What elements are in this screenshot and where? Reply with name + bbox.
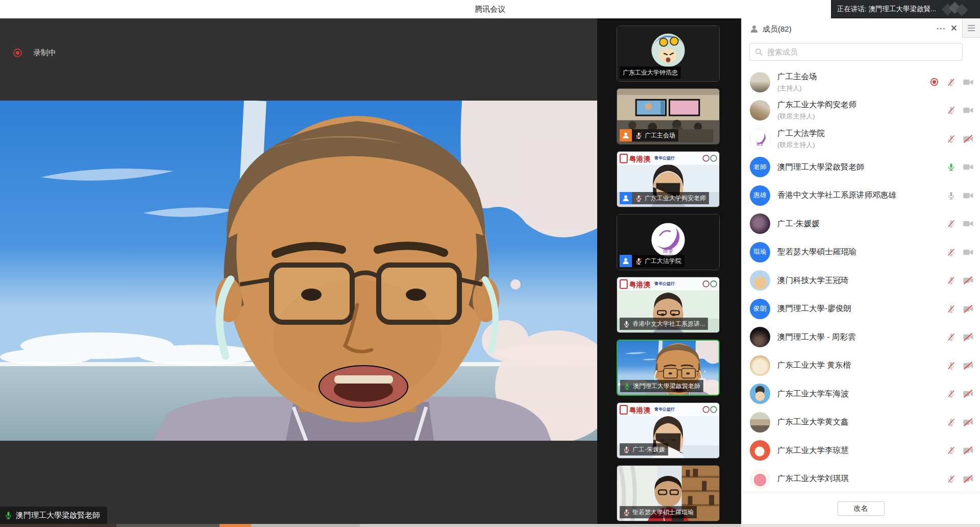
video-thumbnail-5[interactable]: 粤港澳青年公益行 香港中文大学社工系原讲... — [617, 277, 720, 333]
member-name: 聖若瑟大學碩士羅琨瑜 — [777, 247, 947, 257]
member-camera-off-icon[interactable] — [963, 446, 974, 454]
member-name: 广东工业大学黄文鑫 — [777, 417, 947, 427]
member-camera-off-icon[interactable] — [963, 276, 974, 284]
members-panel-footer: 改名 — [742, 493, 980, 524]
member-camera-off-icon[interactable] — [963, 362, 974, 370]
member-camera-on-icon[interactable] — [963, 163, 974, 171]
member-mic-muted-icon[interactable] — [947, 105, 955, 115]
member-row-2[interactable]: 广东工业大学阎安老师 (联席主持人) — [742, 97, 980, 125]
member-row-7[interactable]: 琨瑜 聖若瑟大學碩士羅琨瑜 — [742, 238, 980, 267]
member-row-3[interactable]: 雨雯 广工大法学院 (联席主持人) — [742, 125, 980, 153]
video-thumbnail-1[interactable]: 广东工业大学钟浩忠 — [617, 26, 720, 82]
panel-close-button[interactable]: ✕ — [950, 18, 958, 39]
members-panel: 成员(82) ⋯ ✕ 广工主会场 (主持人) 广东工业大学阎安老师 (联席主持人… — [741, 18, 980, 527]
member-status-icons — [947, 304, 974, 314]
video-thumbnail-6[interactable]: 澳門理工大學梁啟賢老師 — [617, 340, 720, 396]
member-avatar: 琨瑜 — [750, 242, 770, 262]
panel-more-button[interactable]: ⋯ — [936, 18, 946, 39]
member-row-15[interactable]: 广东工业大学刘琪琪 — [742, 465, 980, 493]
member-camera-off-icon[interactable] — [963, 390, 974, 398]
svg-text:青年公益行: 青年公益行 — [654, 281, 675, 286]
member-camera-on-icon[interactable] — [963, 78, 974, 86]
member-camera-on-icon[interactable] — [963, 220, 974, 228]
member-mic-muted-icon[interactable] — [947, 219, 955, 229]
svg-text:青年公益行: 青年公益行 — [654, 156, 675, 160]
member-mic-muted-icon[interactable] — [947, 77, 955, 87]
member-mic-on-icon[interactable] — [947, 190, 955, 201]
member-mic-muted-icon[interactable] — [947, 134, 955, 144]
member-avatar — [750, 469, 770, 489]
member-status-icons — [947, 105, 974, 115]
rename-button[interactable]: 改名 — [838, 501, 885, 516]
member-avatar: 雨雯 — [750, 129, 770, 149]
member-row-13[interactable]: 广东工业大学黄文鑫 — [742, 408, 980, 437]
member-mic-active-icon[interactable] — [947, 162, 955, 172]
member-mic-muted-icon[interactable] — [947, 445, 955, 456]
main-stage: 录制中 澳門理工大學梁啟賢老師 — [0, 18, 597, 527]
thumbnail-participant-name: 广东工业大学钟浩忠 — [623, 66, 678, 79]
member-name: 广东工业大学李琼慧 — [777, 445, 947, 456]
member-mic-muted-icon[interactable] — [947, 389, 955, 399]
member-mic-muted-icon[interactable] — [947, 417, 955, 427]
member-role: (联席主持人) — [777, 112, 947, 121]
thumbnail-participant-name: 广东工业大学阎安老师 — [645, 192, 706, 204]
member-row-12[interactable]: 广东工业大学车海波 — [742, 380, 980, 409]
member-row-10[interactable]: 澳門理工大學 - 周彩雲 — [742, 323, 980, 352]
member-camera-off-icon[interactable] — [963, 418, 974, 426]
member-camera-off-icon[interactable] — [963, 305, 974, 313]
thumbnail-participant-name: 广工大法学院 — [645, 255, 681, 267]
member-search-box[interactable] — [749, 43, 963, 61]
video-thumbnail-2[interactable]: 广工主会场 — [617, 88, 720, 145]
member-camera-on-icon[interactable] — [963, 248, 974, 256]
video-thumbnail-8[interactable]: 聖若瑟大學碩士羅琨瑜 — [617, 465, 720, 521]
thumbnail-participant-name: 聖若瑟大學碩士羅琨瑜 — [632, 506, 694, 518]
mic-muted-icon — [635, 257, 643, 265]
member-mic-muted-icon[interactable] — [947, 474, 955, 484]
speaking-indicator-text: 正在讲话: 澳門理工大學梁啟賢... — [831, 5, 936, 14]
members-panel-title: 成员(82) — [763, 18, 792, 40]
member-mic-muted-icon[interactable] — [947, 247, 955, 257]
member-mic-muted-icon[interactable] — [947, 275, 955, 285]
member-row-9[interactable]: 俊朗 澳門理工大學-廖俊朗 — [742, 295, 980, 323]
member-avatar: 老師 — [750, 157, 770, 177]
member-row-14[interactable]: 广东工业大学李琼慧 — [742, 437, 980, 465]
window-title: 腾讯会议 — [475, 0, 505, 18]
member-status-icons — [947, 190, 974, 201]
member-list: 广工主会场 (主持人) 广东工业大学阎安老师 (联席主持人) 雨雯 广工大法学院… — [742, 68, 980, 493]
member-row-5[interactable]: 惠雄 香港中文大学社工系原讲师邓惠雄 — [742, 181, 980, 210]
member-avatar — [750, 72, 770, 92]
video-thumbnail-3[interactable]: 粤港澳青年公益行 广东工业大学阎安老师 — [617, 151, 720, 207]
member-name: 澳門理工大學-廖俊朗 — [777, 303, 947, 314]
member-name: 广东工业大学刘琪琪 — [777, 473, 947, 484]
window-titlebar: 腾讯会议 正在讲话: 澳門理工大學梁啟賢... — [0, 0, 980, 18]
member-camera-off-icon[interactable] — [963, 333, 974, 341]
member-row-6[interactable]: 广工-朱媛媛 — [742, 210, 980, 238]
member-row-4[interactable]: 老師 澳門理工大學梁啟賢老師 — [742, 153, 980, 182]
svg-text:粤港澳: 粤港澳 — [629, 406, 651, 414]
thumbnail-participant-name: 广工主会场 — [645, 129, 675, 141]
member-status-icons — [947, 275, 974, 285]
member-row-1[interactable]: 广工主会场 (主持人) — [742, 68, 980, 97]
member-role: (联席主持人) — [777, 140, 947, 150]
video-thumbnail-7[interactable]: 粤港澳青年公益行 广工-朱媛媛 — [617, 402, 720, 459]
member-mic-muted-icon[interactable] — [947, 361, 955, 371]
member-mic-muted-icon[interactable] — [947, 304, 955, 314]
member-name: 澳门科技大学王冠琦 — [777, 275, 947, 286]
member-camera-off-icon[interactable] — [963, 135, 974, 143]
member-camera-off-icon[interactable] — [963, 475, 974, 483]
member-name: 广东工业大学 黄东楷 — [777, 360, 947, 371]
member-status-icons — [930, 77, 974, 87]
member-camera-on-icon[interactable] — [963, 191, 974, 200]
member-camera-on-icon[interactable] — [963, 106, 974, 114]
panel-collapse-tab[interactable] — [962, 18, 980, 38]
member-row-8[interactable]: 澳门科技大学王冠琦 — [742, 267, 980, 295]
member-mic-muted-icon[interactable] — [947, 332, 955, 342]
member-row-11[interactable]: 广东工业大学 黄东楷 — [742, 351, 980, 380]
member-search-input[interactable] — [766, 47, 957, 57]
thumbnail-participant-name: 香港中文大学社工系原讲... — [632, 318, 705, 330]
member-name: 广工-朱媛媛 — [777, 219, 947, 229]
video-thumbnail-4[interactable]: 雨雯 广工大法学院 — [617, 214, 720, 270]
member-name: 香港中文大学社工系原讲师邓惠雄 — [777, 190, 947, 201]
active-speaker-video[interactable] — [0, 101, 597, 441]
recording-indicator: 录制中 — [13, 48, 56, 58]
